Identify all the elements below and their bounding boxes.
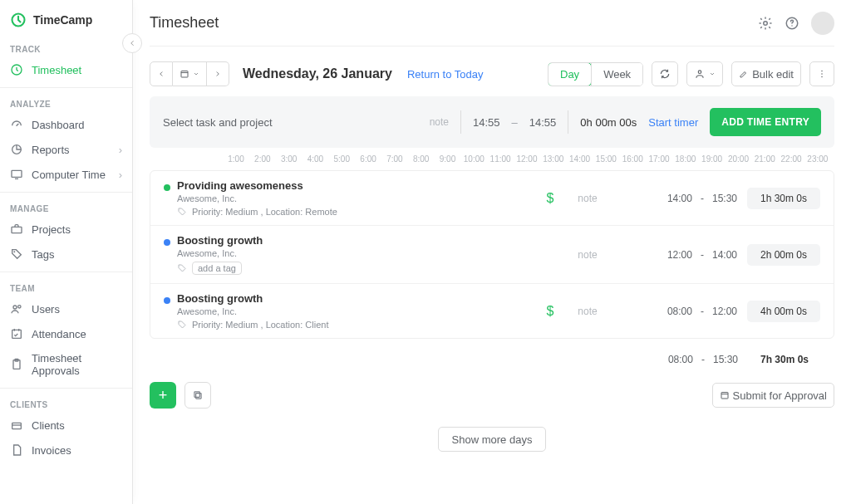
sidebar-item-users[interactable]: Users (0, 296, 132, 321)
totals-dash: - (701, 354, 705, 365)
entry-duration: 2h 00m 0s (747, 244, 820, 266)
entry-duration: 4h 00m 0s (747, 301, 820, 322)
entry-subtitle: Awesome, Inc. (177, 248, 263, 258)
user-filter-button[interactable] (686, 61, 723, 86)
svg-rect-22 (721, 393, 728, 399)
entry-note-link[interactable]: note (563, 193, 612, 204)
svg-rect-21 (194, 392, 199, 397)
sidebar-item-computer-time[interactable]: Computer Time › (0, 162, 132, 187)
add-row-button[interactable]: + (150, 382, 176, 409)
svg-point-7 (18, 306, 21, 308)
add-tag-chip[interactable]: add a tag (192, 262, 242, 275)
chevron-right-icon: › (119, 144, 122, 156)
time-entry-row[interactable]: Boosting growth Awesome, Inc. Priority: … (150, 283, 834, 338)
task-select[interactable]: Select task and project (163, 116, 418, 129)
bulk-edit-button[interactable]: Bulk edit (731, 61, 801, 86)
time-entry-row[interactable]: Providing awesomeness Awesome, Inc. Prio… (150, 171, 834, 225)
billable-icon[interactable]: $ (538, 304, 563, 319)
time-from[interactable]: 14:55 (473, 116, 500, 129)
nav-section-track: TRACK (0, 38, 132, 57)
entry-from[interactable]: 12:00 (667, 249, 692, 261)
current-date-label: Wednesday, 26 January (243, 66, 392, 81)
sidebar-item-clients[interactable]: Clients (0, 413, 132, 438)
entry-to[interactable]: 12:00 (712, 306, 737, 317)
time-entries-list: Providing awesomeness Awesome, Inc. Prio… (150, 170, 834, 339)
start-timer-link[interactable]: Start timer (648, 116, 698, 129)
view-day-button[interactable]: Day (548, 62, 592, 86)
case-icon (10, 418, 23, 432)
entry-note-link[interactable]: note (563, 306, 612, 317)
submit-label: Submit for Approval (733, 389, 827, 402)
entry-from[interactable]: 14:00 (667, 193, 692, 204)
entry-color-dot (164, 239, 170, 246)
entry-title: Providing awesomeness (177, 179, 337, 192)
sidebar-item-label: Attendance (32, 328, 86, 340)
copy-button[interactable] (184, 382, 211, 409)
next-day-button[interactable] (207, 61, 229, 86)
totals-row: 08:00 - 15:30 7h 30m 0s (150, 339, 834, 374)
footer-actions: + Submit for Approval (150, 374, 834, 417)
entry-tags[interactable]: Priority: Medium , Location: Client (192, 320, 328, 330)
billable-icon[interactable]: $ (538, 191, 563, 206)
sidebar-item-dashboard[interactable]: Dashboard (0, 112, 132, 137)
top-header: Timesheet (150, 0, 834, 46)
tracker-row: Select task and project note 14:55 – 14:… (150, 96, 834, 148)
view-week-button[interactable]: Week (591, 63, 642, 86)
divider (568, 110, 568, 134)
time-entry-row[interactable]: Boosting growth Awesome, Inc. add a tag … (150, 225, 834, 283)
collapse-sidebar-button[interactable] (122, 33, 142, 53)
show-more-days-button[interactable]: Show more days (438, 427, 547, 452)
totals-from: 08:00 (668, 354, 693, 365)
sidebar-item-invoices[interactable]: Invoices (0, 438, 132, 462)
time-to[interactable]: 14:55 (529, 116, 557, 129)
calendar-picker-button[interactable] (173, 61, 207, 86)
prev-day-button[interactable] (150, 61, 173, 86)
entry-note-link[interactable]: note (563, 249, 612, 261)
refresh-button[interactable] (652, 61, 678, 86)
nav-section-team: TEAM (0, 277, 132, 296)
entry-dash: - (701, 249, 704, 261)
briefcase-icon (10, 223, 23, 236)
sidebar-item-timesheet[interactable]: Timesheet (0, 57, 132, 82)
gear-icon[interactable] (758, 16, 773, 31)
entry-to[interactable]: 15:30 (712, 193, 737, 204)
help-icon[interactable] (785, 16, 799, 31)
sidebar-item-projects[interactable]: Projects (0, 217, 132, 242)
date-nav-group (150, 61, 229, 86)
return-to-today-link[interactable]: Return to Today (407, 68, 484, 81)
svg-point-5 (13, 251, 15, 252)
sidebar-item-label: Invoices (32, 444, 71, 457)
time-dash: – (512, 116, 518, 129)
entry-from[interactable]: 08:00 (667, 306, 692, 317)
more-button[interactable] (809, 61, 834, 86)
entry-to[interactable]: 14:00 (712, 249, 737, 261)
calendar-check-icon (10, 327, 23, 340)
tag-icon (177, 320, 187, 330)
monitor-icon (10, 168, 23, 181)
main-content: Timesheet Wednesday, 26 January Return t… (133, 0, 851, 504)
sidebar-item-reports[interactable]: Reports › (0, 137, 132, 162)
svg-rect-11 (12, 423, 22, 428)
nav-section-manage: MANAGE (0, 198, 132, 217)
chevron-right-icon: › (119, 169, 122, 181)
add-time-entry-button[interactable]: ADD TIME ENTRY (710, 108, 821, 136)
entry-subtitle: Awesome, Inc. (177, 193, 337, 203)
submit-for-approval-button[interactable]: Submit for Approval (712, 383, 834, 408)
entry-tags[interactable]: Priority: Medium , Location: Remote (192, 207, 337, 217)
tracker-note-link[interactable]: note (430, 116, 449, 128)
sidebar-item-label: Projects (32, 223, 71, 236)
logo-icon (10, 12, 27, 28)
totals-duration: 7h 30m 0s (748, 349, 821, 370)
toolbar: Wednesday, 26 January Return to Today Da… (150, 46, 834, 96)
sidebar-item-attendance[interactable]: Attendance (0, 321, 132, 346)
pie-icon (10, 143, 23, 156)
tag-icon (177, 263, 187, 273)
entry-color-dot (164, 184, 170, 191)
clipboard-icon (10, 358, 23, 371)
entry-subtitle: Awesome, Inc. (177, 306, 328, 316)
sidebar-item-approvals[interactable]: Timesheet Approvals (0, 346, 132, 383)
sidebar-item-tags[interactable]: Tags (0, 242, 132, 267)
svg-point-16 (698, 71, 701, 74)
tag-icon (177, 207, 187, 217)
avatar[interactable] (811, 12, 834, 35)
